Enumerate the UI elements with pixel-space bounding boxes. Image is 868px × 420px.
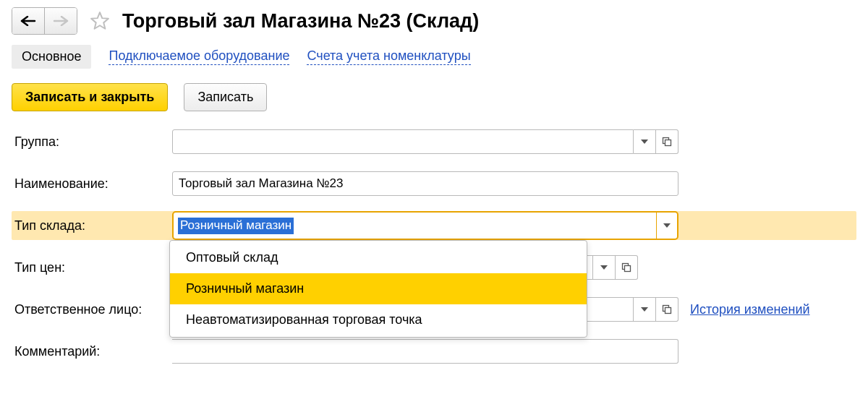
nav-buttons <box>12 7 77 35</box>
warehouse-type-selected-text: Розничный магазин <box>178 218 294 234</box>
svg-rect-5 <box>665 308 671 314</box>
warehouse-type-dropdown-button[interactable] <box>656 213 677 239</box>
name-input[interactable] <box>172 171 678 196</box>
group-open-button[interactable] <box>656 129 678 154</box>
warehouse-type-option[interactable]: Розничный магазин <box>170 273 587 304</box>
tab-main[interactable]: Основное <box>12 45 91 69</box>
warehouse-type-dropdown-list: Оптовый склад Розничный магазин Неавтома… <box>169 240 587 338</box>
label-comment: Комментарий: <box>12 344 172 359</box>
save-and-close-button[interactable]: Записать и закрыть <box>12 83 168 111</box>
group-dropdown-button[interactable] <box>634 129 656 154</box>
comment-input[interactable] <box>172 339 678 364</box>
nav-forward-button <box>44 8 77 34</box>
price-type-dropdown-button[interactable] <box>593 255 616 280</box>
tab-equipment[interactable]: Подключаемое оборудование <box>109 48 289 65</box>
svg-rect-1 <box>665 140 671 146</box>
nav-back-button[interactable] <box>12 8 44 34</box>
label-name: Наименование: <box>12 176 172 192</box>
responsible-dropdown-button[interactable] <box>634 297 656 322</box>
label-group: Группа: <box>12 134 172 150</box>
label-responsible: Ответственное лицо: <box>12 302 172 317</box>
responsible-open-button[interactable] <box>656 297 678 322</box>
warehouse-type-select[interactable]: Розничный магазин <box>172 211 678 240</box>
page-title: Торговый зал Магазина №23 (Склад) <box>122 10 479 33</box>
warehouse-type-option[interactable]: Оптовый склад <box>170 242 587 273</box>
price-type-open-button[interactable] <box>616 255 638 280</box>
save-button[interactable]: Записать <box>184 83 267 111</box>
favorite-star-icon[interactable] <box>88 9 112 33</box>
label-price-type: Тип цен: <box>12 260 172 275</box>
tab-accounts[interactable]: Счета учета номенклатуры <box>307 48 470 65</box>
label-warehouse-type: Тип склада: <box>12 218 172 233</box>
history-link[interactable]: История изменений <box>690 302 810 317</box>
warehouse-type-option[interactable]: Неавтоматизированная торговая точка <box>170 304 587 335</box>
group-input[interactable] <box>172 129 634 154</box>
svg-rect-3 <box>625 266 631 272</box>
